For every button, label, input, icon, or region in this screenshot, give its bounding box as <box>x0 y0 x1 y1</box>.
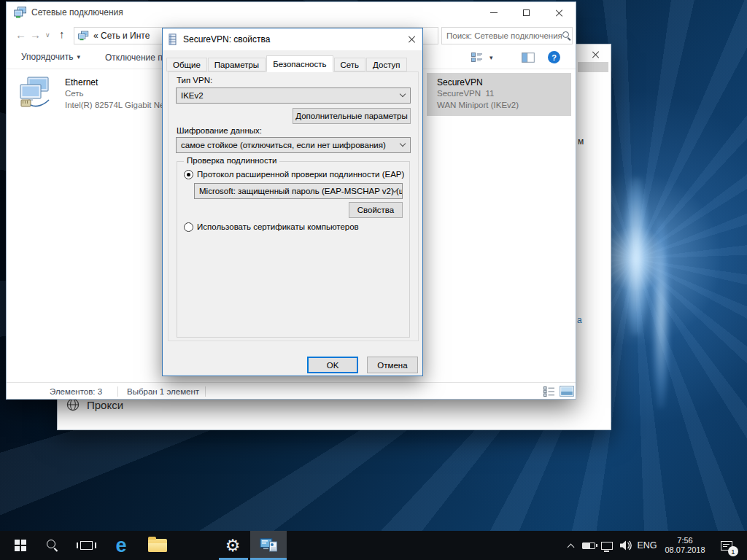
network-connections-icon <box>14 7 27 18</box>
action-center-button[interactable]: 1 <box>713 531 740 560</box>
chevron-down-icon <box>400 91 406 97</box>
search-icon <box>562 31 568 41</box>
recent-locations-dropdown[interactable]: ∨ <box>45 31 50 39</box>
tab-networking[interactable]: Сеть <box>334 58 366 71</box>
encryption-label: Шифрование данных: <box>177 126 262 135</box>
search-icon <box>47 540 58 551</box>
minimize-icon <box>490 12 498 13</box>
settings-fragment-bar <box>578 62 608 72</box>
gear-icon: ⚙ <box>225 537 241 554</box>
change-view-button[interactable] <box>471 52 483 62</box>
ethernet-icon <box>19 76 53 108</box>
machine-certificates-label[interactable]: Использовать сертификаты компьютеров <box>197 222 359 231</box>
tray-network-button[interactable] <box>598 531 616 560</box>
network-connections-app-icon <box>260 538 278 553</box>
close-button[interactable] <box>543 2 576 23</box>
wallpaper-beam <box>623 178 649 335</box>
advanced-settings-button[interactable]: Дополнительные параметры <box>293 108 411 124</box>
vpn-type-label: Тип VPN: <box>177 76 212 85</box>
network-icon <box>601 542 613 550</box>
eap-radio[interactable] <box>184 170 193 179</box>
connection-status: Сеть <box>65 89 84 98</box>
connection-device: WAN Miniport (IKEv2) <box>437 101 519 109</box>
details-view-button[interactable] <box>543 386 555 397</box>
tray-language-button[interactable]: ENG <box>635 531 659 560</box>
start-button[interactable] <box>6 531 35 560</box>
file-explorer-button[interactable] <box>140 531 175 560</box>
edge-button[interactable]: e <box>105 531 137 560</box>
securevpn-item[interactable]: SecureVPN SecureVPN 11 WAN Miniport (IKE… <box>427 73 571 116</box>
tab-general[interactable]: Общие <box>166 58 207 71</box>
task-view-button[interactable] <box>70 531 102 560</box>
taskbar-search-button[interactable] <box>38 531 67 560</box>
minimize-button[interactable] <box>477 2 510 23</box>
settings-link-fragment: а <box>577 315 582 325</box>
tab-sharing[interactable]: Доступ <box>366 58 406 71</box>
tab-security[interactable]: Безопасность <box>266 55 333 72</box>
settings-close-icon[interactable] <box>592 50 600 59</box>
chevron-up-icon <box>567 543 574 551</box>
back-button[interactable]: ← <box>15 29 26 40</box>
dialog-close-icon[interactable] <box>408 35 417 44</box>
encryption-value: самое стойкое (отключиться, если нет шиф… <box>181 141 386 149</box>
status-selection: Выбран 1 элемент <box>127 387 199 396</box>
close-icon <box>555 9 564 18</box>
authentication-group-title: Проверка подлинности <box>184 156 279 165</box>
ok-button[interactable]: OK <box>307 357 358 373</box>
task-view-icon <box>80 541 93 550</box>
maximize-button[interactable] <box>510 2 543 23</box>
dialog-titlebar: SecureVPN: свойства <box>163 28 422 50</box>
address-location-icon <box>78 31 89 41</box>
connection-name: Ethernet <box>65 77 98 88</box>
vpn-connection-icon <box>169 34 177 45</box>
vpn-properties-dialog: SecureVPN: свойства Общие Параметры Безо… <box>162 28 423 376</box>
breadcrumb: « Сеть и Инте <box>93 31 150 41</box>
chevron-down-icon <box>400 141 406 147</box>
forward-button[interactable]: → <box>30 29 41 40</box>
eap-radio-label[interactable]: Протокол расширенной проверки подлинност… <box>197 170 404 179</box>
tray-volume-button[interactable] <box>616 531 635 560</box>
status-items-count: Элементов: 3 <box>50 387 102 396</box>
network-connections-app-button[interactable] <box>250 531 287 560</box>
authentication-group: Проверка подлинности Протокол расширенно… <box>177 161 410 338</box>
cancel-button[interactable]: Отмена <box>367 357 418 373</box>
wallpaper-beam <box>651 219 670 408</box>
view-caret-icon[interactable]: ▾ <box>489 54 493 61</box>
tray-clock-button[interactable]: 7:56 08.07.2018 <box>659 531 711 560</box>
clock-date: 08.07.2018 <box>665 545 705 555</box>
eap-method-value: Microsoft: защищенный пароль (EAP-MSCHAP… <box>199 187 403 195</box>
edge-icon: e <box>115 536 126 556</box>
organize-caret-icon: ▾ <box>77 53 80 61</box>
status-bar: Элементов: 3 Выбран 1 элемент <box>7 382 576 400</box>
up-button[interactable]: ↑ <box>59 28 65 39</box>
settings-proxy-item[interactable]: Прокси <box>66 398 123 411</box>
organize-menu[interactable]: Упорядочить ▾ <box>21 52 80 62</box>
search-placeholder: Поиск: Сетевые подключения <box>446 31 562 40</box>
desktop: м а Прокси <box>0 0 747 560</box>
eap-method-combobox[interactable]: Microsoft: защищенный пароль (EAP-MSCHAP… <box>194 183 403 199</box>
search-box[interactable]: Поиск: Сетевые подключения <box>441 27 573 44</box>
tray-battery-button[interactable] <box>579 531 598 560</box>
help-button[interactable]: ? <box>548 51 560 63</box>
vpn-type-combobox[interactable]: IKEv2 <box>176 88 411 104</box>
settings-app-button[interactable]: ⚙ <box>216 531 249 560</box>
tab-options[interactable]: Параметры <box>208 58 266 71</box>
machine-certificates-radio[interactable] <box>184 222 193 232</box>
settings-proxy-label: Прокси <box>87 399 123 411</box>
eap-properties-button[interactable]: Свойства <box>349 202 403 218</box>
window-controls <box>477 2 576 23</box>
status-separator <box>117 386 118 397</box>
speaker-icon <box>619 540 632 551</box>
vpn-type-value: IKEv2 <box>181 91 204 100</box>
encryption-combobox[interactable]: самое стойкое (отключиться, если нет шиф… <box>176 137 411 153</box>
connection-name: SecureVPN <box>437 77 483 88</box>
tray-expand-button[interactable] <box>563 531 578 560</box>
globe-icon <box>66 398 80 411</box>
preview-pane-button[interactable] <box>522 52 535 63</box>
dialog-title: SecureVPN: свойства <box>183 34 270 44</box>
thumbnails-view-button[interactable] <box>560 386 574 397</box>
maximize-icon <box>523 9 530 16</box>
disconnect-command[interactable]: Отключение п <box>105 52 163 63</box>
status-separator <box>205 386 206 397</box>
security-tab-page: Тип VPN: IKEv2 Дополнительные параметры … <box>168 71 419 341</box>
